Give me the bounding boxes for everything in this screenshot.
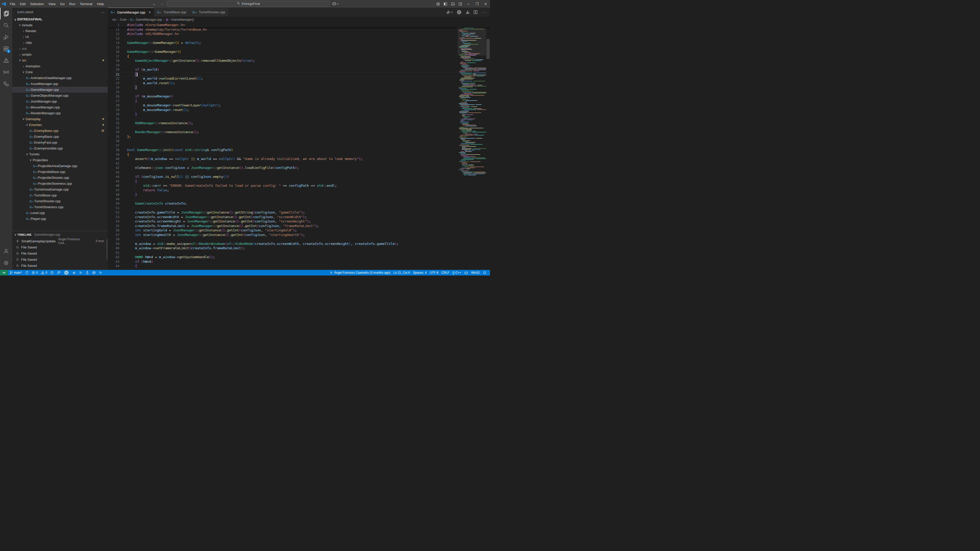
activity-settings[interactable] xyxy=(0,257,12,269)
tree-folder-src[interactable]: ∨src xyxy=(12,57,108,63)
tree-file-EnemyBase-cpp[interactable]: C++EnemyBase.cppM xyxy=(12,128,108,134)
status-language-mode[interactable]: {} C++ xyxy=(451,270,463,275)
toggle-sidebar-icon[interactable] xyxy=(442,0,449,8)
timeline-scrollbar[interactable] xyxy=(107,239,107,259)
restore-button[interactable]: ❐ xyxy=(473,0,481,8)
install-icon[interactable] xyxy=(466,10,470,14)
breadcrumb-item[interactable]: Core xyxy=(120,18,127,21)
split-editor-icon[interactable] xyxy=(473,10,478,14)
tree-file-TurretSlowness-cpp[interactable]: C++TurretSlowness.cpp xyxy=(12,204,108,210)
tree-file-EnemyFast-cpp[interactable]: C++EnemyFast.cpp xyxy=(12,140,108,145)
tree-file-ProjectileAreaDamage-cpp[interactable]: C++ProjectileAreaDamage.cpp xyxy=(12,163,108,169)
activity-run-and-debug[interactable] xyxy=(0,31,12,43)
back-arrow-icon[interactable]: ← xyxy=(151,2,157,6)
tree-file-Level-cpp[interactable]: C++Level.cpp xyxy=(12,210,108,216)
breadcrumb-item[interactable]: C++GameManager.cpp xyxy=(130,18,162,21)
breadcrumb-item[interactable]: src xyxy=(112,18,116,21)
tab-TurretBase-cpp[interactable]: C++TurretBase.cpp xyxy=(154,8,189,17)
tree-file-AssetManager-cpp[interactable]: C++AssetManager.cpp xyxy=(12,81,108,87)
activity-cmake[interactable] xyxy=(0,55,12,66)
status-tests[interactable] xyxy=(84,270,91,275)
activity-accounts[interactable] xyxy=(0,245,12,257)
menu-edit[interactable]: Edit xyxy=(18,0,28,8)
minimap[interactable] xyxy=(458,23,486,270)
timeline-header[interactable]: ∨ TIMELINE GameManager.cpp xyxy=(12,231,108,238)
status-indentation[interactable]: Spaces: 4 xyxy=(411,270,428,275)
status-notifications[interactable] xyxy=(481,270,488,275)
tree-file-EnemyBasic-cpp[interactable]: C++EnemyBasic.cpp xyxy=(12,134,108,140)
tree-file-AnimationDataManager-cpp[interactable]: C++AnimationDataManager.cpp xyxy=(12,75,108,81)
editor-scrollbar[interactable] xyxy=(486,23,490,270)
forward-arrow-icon[interactable]: → xyxy=(159,2,165,6)
tree-folder-Turrets[interactable]: ∨Turrets xyxy=(12,151,108,157)
tree-file-TurretShooter-cpp[interactable]: C++TurretShooter.cpp xyxy=(12,198,108,204)
minimize-button[interactable]: ─ xyxy=(464,0,473,8)
status-debug-status[interactable] xyxy=(71,270,77,275)
toggle-panel-icon[interactable] xyxy=(449,0,457,8)
status-warnings[interactable]: 0 xyxy=(39,270,49,275)
tree-file-TurretAreaDamage-cpp[interactable]: C++TurretAreaDamage.cpp xyxy=(12,186,108,192)
tree-folder-Core[interactable]: ∨Core xyxy=(12,69,108,75)
breadcrumb[interactable]: src›Core›C++GameManager.cpp›~GameManager… xyxy=(108,17,490,23)
copilot-button[interactable]: ∨ xyxy=(332,2,339,6)
menu-terminal[interactable]: Terminal xyxy=(78,0,95,8)
menu-selection[interactable]: Selection xyxy=(28,0,46,8)
toggle-secondary-sidebar-icon[interactable] xyxy=(457,0,464,8)
status-encoding[interactable]: UTF-8 xyxy=(428,270,440,275)
tree-folder-Animation[interactable]: ›Animation xyxy=(12,63,108,69)
tab-TurretShooter-cpp[interactable]: C++TurretShooter.cpp xyxy=(189,8,229,17)
status-copilot[interactable] xyxy=(463,270,469,275)
tree-folder-UI[interactable]: ›UI xyxy=(12,34,108,40)
timeline-entry[interactable]: File Saved xyxy=(12,262,108,268)
menu-view[interactable]: View xyxy=(46,0,58,8)
search-input[interactable]: EntregaFinal xyxy=(167,1,330,6)
explorer-more-icon[interactable]: ⋯ xyxy=(101,10,105,14)
status-info[interactable] xyxy=(49,270,56,275)
scrollbar-thumb[interactable] xyxy=(487,39,490,59)
activity-search[interactable] xyxy=(0,19,12,31)
close-button[interactable]: ✕ xyxy=(481,0,490,8)
tree-file-GameManager-cpp[interactable]: C++GameManager.cpp xyxy=(12,87,108,93)
tree-file-ProjectileShooter-cpp[interactable]: C++ProjectileShooter.cpp xyxy=(12,175,108,181)
tree-folder-Enemies[interactable]: ∨Enemies xyxy=(12,122,108,128)
tree-file-MouseManager-cpp[interactable]: C++MouseManager.cpp xyxy=(12,104,108,110)
timeline-entry[interactable]: File Saved xyxy=(12,244,108,250)
status-eol[interactable]: CRLF xyxy=(440,270,451,275)
tree-file-EnemyInvisible-cpp[interactable]: C++EnemyInvisible.cpp xyxy=(12,145,108,151)
customize-layout-icon[interactable] xyxy=(434,0,442,8)
close-icon[interactable]: × xyxy=(149,10,151,14)
workspace-root-row[interactable]: ∨ ENTREGAFINAL xyxy=(12,17,108,22)
menu-go[interactable]: Go xyxy=(58,0,67,8)
status-settings-gear[interactable] xyxy=(62,270,71,275)
menu-file[interactable]: File xyxy=(8,0,18,8)
timeline-entry[interactable]: SmallGameplayUpdateÁngel Formoso Caa...3… xyxy=(12,238,108,244)
status-cursor-position[interactable]: Ln 21, Col 6 xyxy=(392,270,412,275)
breadcrumb-item[interactable]: ~GameManager() xyxy=(165,18,194,21)
tree-folder-include[interactable]: ∨include xyxy=(12,22,108,28)
timeline-entry[interactable]: File Saved xyxy=(12,250,108,256)
tree-file-ProjectileBase-cpp[interactable]: C++ProjectileBase.cpp xyxy=(12,169,108,175)
status-git-branch[interactable]: main* xyxy=(8,270,24,275)
activity-remote-explorer[interactable] xyxy=(0,78,12,90)
tree-folder-Utils[interactable]: ›Utils xyxy=(12,40,108,46)
tree-file-RenderManager-cpp[interactable]: C++RenderManager.cpp xyxy=(12,110,108,116)
activity-testing[interactable] xyxy=(0,66,12,78)
tree-folder-Gameplay[interactable]: ∨Gameplay xyxy=(12,116,108,122)
timeline-entry[interactable]: File Saved xyxy=(12,256,108,262)
activity-extensions[interactable]: 1 xyxy=(0,43,12,55)
tree-folder-Projectiles[interactable]: ∨Projectiles xyxy=(12,157,108,163)
gear-icon[interactable] xyxy=(456,10,462,15)
tree-file-TurretBase-cpp[interactable]: C++TurretBase.cpp xyxy=(12,192,108,198)
tree-folder-scripts[interactable]: ›scripts xyxy=(12,52,108,57)
status-launch[interactable] xyxy=(97,270,104,275)
tree-folder-out[interactable]: ›out xyxy=(12,46,108,52)
tree-file-Player-cpp[interactable]: C++Player.cpp xyxy=(12,216,108,222)
status-blame[interactable]: Ángel Formoso Caamaño (3 months ago) xyxy=(328,270,392,275)
more-icon[interactable]: ··· xyxy=(481,10,487,14)
menu-run[interactable]: Run xyxy=(67,0,78,8)
remote-indicator[interactable]: >< xyxy=(0,270,8,275)
status-tools[interactable] xyxy=(56,270,62,275)
menu-help[interactable]: Help xyxy=(95,0,106,8)
status-run-task[interactable] xyxy=(77,270,84,275)
status-sync[interactable] xyxy=(24,270,30,275)
